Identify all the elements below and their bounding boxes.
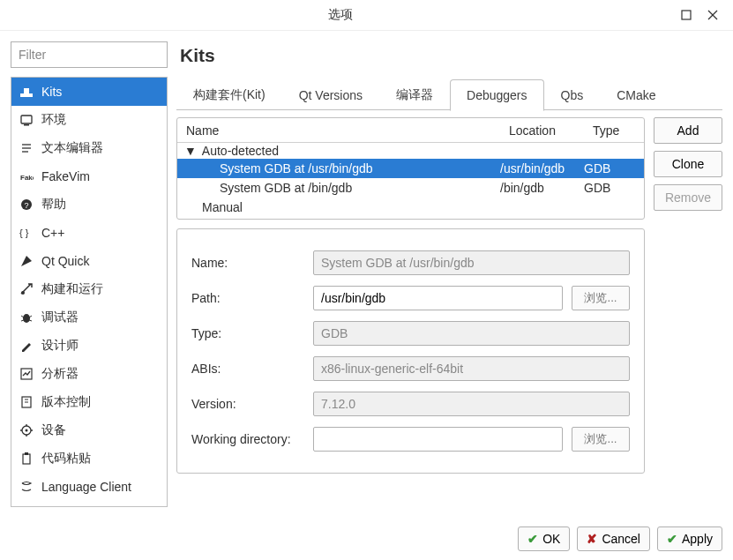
sidebar-item-label: C++ bbox=[41, 226, 64, 240]
cpp-icon: { } bbox=[19, 226, 34, 240]
type-field bbox=[313, 321, 630, 346]
sidebar-item-qtquick[interactable]: Qt Quick bbox=[11, 247, 167, 275]
version-field bbox=[313, 392, 630, 416]
design-icon bbox=[19, 339, 34, 353]
tab-bar: 构建套件(Kit)Qt Versions编译器DebuggersQbsCMake bbox=[176, 78, 722, 110]
svg-rect-0 bbox=[682, 11, 691, 19]
row-type: GDB bbox=[584, 181, 644, 195]
sidebar-item-lang[interactable]: Language Client bbox=[11, 473, 167, 501]
text-icon bbox=[19, 141, 34, 155]
sidebar-item-kits[interactable]: Kits bbox=[11, 78, 167, 106]
apply-button[interactable]: ✔ Apply bbox=[657, 526, 722, 551]
maximize-button[interactable] bbox=[673, 4, 699, 26]
svg-rect-26 bbox=[23, 454, 30, 464]
sidebar-item-text[interactable]: 文本编辑器 bbox=[11, 134, 167, 162]
cancel-label: Cancel bbox=[602, 532, 640, 546]
sidebar-item-cpp[interactable]: { }C++ bbox=[11, 219, 167, 247]
sidebar-item-label: Kits bbox=[41, 85, 62, 99]
svg-point-15 bbox=[23, 314, 30, 323]
svg-line-18 bbox=[21, 320, 24, 321]
apply-label: Apply bbox=[682, 532, 713, 546]
sidebar-item-device[interactable]: 设备 bbox=[11, 416, 167, 444]
sidebar-item-help[interactable]: ?帮助 bbox=[11, 190, 167, 219]
remove-button: Remove bbox=[654, 184, 722, 211]
tab-3[interactable]: Debuggers bbox=[450, 79, 544, 111]
tab-5[interactable]: CMake bbox=[600, 79, 672, 111]
group-1[interactable]: Manual bbox=[177, 198, 644, 217]
clone-button[interactable]: Clone bbox=[654, 151, 722, 177]
col-name[interactable]: Name bbox=[177, 123, 500, 138]
ok-button[interactable]: ✔ OK bbox=[518, 526, 570, 551]
sidebar-item-vcs[interactable]: 版本控制 bbox=[11, 388, 167, 416]
sidebar-item-label: FakeVim bbox=[41, 169, 90, 183]
path-field[interactable] bbox=[313, 286, 563, 310]
path-browse-button: 浏览... bbox=[572, 286, 630, 310]
list-header: Name Location Type bbox=[177, 118, 644, 143]
svg-rect-3 bbox=[20, 93, 33, 97]
category-list: Kits环境文本编辑器FakeFakeVim?帮助{ }C++Qt Quick构… bbox=[11, 77, 168, 507]
expand-icon: ▼ bbox=[184, 144, 197, 158]
debug-icon bbox=[19, 310, 34, 325]
svg-text:?: ? bbox=[25, 201, 29, 210]
window-title: 选项 bbox=[7, 7, 673, 23]
sidebar-item-design[interactable]: 设计师 bbox=[11, 332, 167, 360]
fakevim-icon: Fake bbox=[19, 169, 34, 183]
titlebar: 选项 bbox=[0, 0, 733, 31]
tab-1[interactable]: Qt Versions bbox=[282, 79, 379, 111]
tab-panel: Name Location Type ▼Auto-detectedSystem … bbox=[176, 110, 722, 507]
cancel-icon: ✘ bbox=[587, 532, 597, 546]
abis-label: ABIs: bbox=[191, 362, 304, 376]
sidebar-item-build[interactable]: 构建和运行 bbox=[11, 275, 167, 303]
add-button[interactable]: Add bbox=[654, 117, 722, 144]
svg-text:Fake: Fake bbox=[20, 174, 34, 182]
sidebar-item-label: 设备 bbox=[41, 422, 66, 438]
svg-point-25 bbox=[26, 429, 28, 432]
tab-2[interactable]: 编译器 bbox=[379, 79, 450, 111]
sidebar-item-label: 环境 bbox=[41, 112, 66, 128]
maximize-icon bbox=[679, 8, 693, 22]
row-name: System GDB at /bin/gdb bbox=[177, 181, 500, 195]
sidebar-item-analyze[interactable]: 分析器 bbox=[11, 360, 167, 388]
ok-label: OK bbox=[542, 532, 560, 546]
svg-rect-4 bbox=[24, 88, 29, 93]
filter-input[interactable] bbox=[11, 41, 168, 68]
device-icon bbox=[19, 423, 34, 437]
abis-field bbox=[313, 356, 630, 381]
sidebar-item-label: 设计师 bbox=[41, 338, 79, 354]
list-row[interactable]: System GDB at /bin/gdb/bin/gdbGDB bbox=[177, 178, 644, 198]
tab-0[interactable]: 构建套件(Kit) bbox=[176, 79, 282, 111]
debugger-list: Name Location Type ▼Auto-detectedSystem … bbox=[176, 117, 645, 220]
path-label: Path: bbox=[191, 291, 304, 305]
group-0[interactable]: ▼Auto-detected bbox=[177, 143, 644, 159]
ok-icon: ✔ bbox=[527, 532, 538, 546]
list-body: ▼Auto-detectedSystem GDB at /usr/bin/gdb… bbox=[177, 143, 644, 219]
paste-icon bbox=[19, 452, 34, 466]
col-type[interactable]: Type bbox=[584, 123, 644, 138]
wd-label: Working directory: bbox=[191, 432, 304, 446]
content-area: Kits 构建套件(Kit)Qt Versions编译器DebuggersQbs… bbox=[176, 41, 722, 507]
list-row[interactable]: System GDB at /usr/bin/gdb/usr/bin/gdbGD… bbox=[177, 159, 644, 178]
tab-4[interactable]: Qbs bbox=[544, 79, 601, 111]
sidebar-item-debug[interactable]: 调试器 bbox=[11, 303, 167, 332]
cancel-button[interactable]: ✘ Cancel bbox=[577, 526, 650, 551]
close-icon bbox=[706, 8, 720, 22]
kits-icon bbox=[19, 85, 34, 99]
sidebar-item-env[interactable]: 环境 bbox=[11, 106, 167, 134]
version-label: Version: bbox=[191, 397, 304, 411]
wd-field[interactable] bbox=[313, 427, 563, 452]
sidebar-item-paste[interactable]: 代码粘贴 bbox=[11, 444, 167, 473]
build-icon bbox=[19, 282, 34, 296]
sidebar-item-label: Qt Quick bbox=[41, 254, 89, 268]
row-type: GDB bbox=[584, 161, 644, 175]
help-icon: ? bbox=[19, 198, 34, 212]
sidebar-item-label: 分析器 bbox=[41, 366, 79, 382]
button-column: Add Clone Remove bbox=[654, 117, 722, 507]
col-location[interactable]: Location bbox=[500, 123, 584, 138]
wd-browse-button: 浏览... bbox=[572, 427, 630, 452]
sidebar-item-label: 帮助 bbox=[41, 197, 66, 213]
close-button[interactable] bbox=[699, 4, 726, 26]
vcs-icon bbox=[19, 395, 34, 409]
sidebar-item-fakevim[interactable]: FakeFakeVim bbox=[11, 162, 167, 190]
left-column: Name Location Type ▼Auto-detectedSystem … bbox=[176, 117, 645, 507]
svg-rect-6 bbox=[24, 124, 29, 126]
